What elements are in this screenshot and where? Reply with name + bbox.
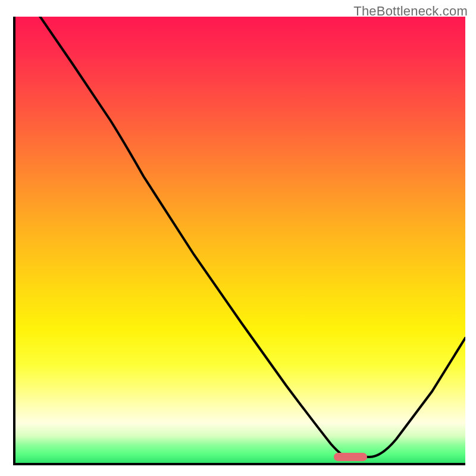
watermark-text: TheBottleneck.com xyxy=(353,4,468,19)
bottleneck-curve xyxy=(15,17,465,463)
chart-plot-area xyxy=(13,17,465,465)
optimal-point-marker xyxy=(334,453,367,461)
bottleneck-curve-path xyxy=(38,17,465,457)
